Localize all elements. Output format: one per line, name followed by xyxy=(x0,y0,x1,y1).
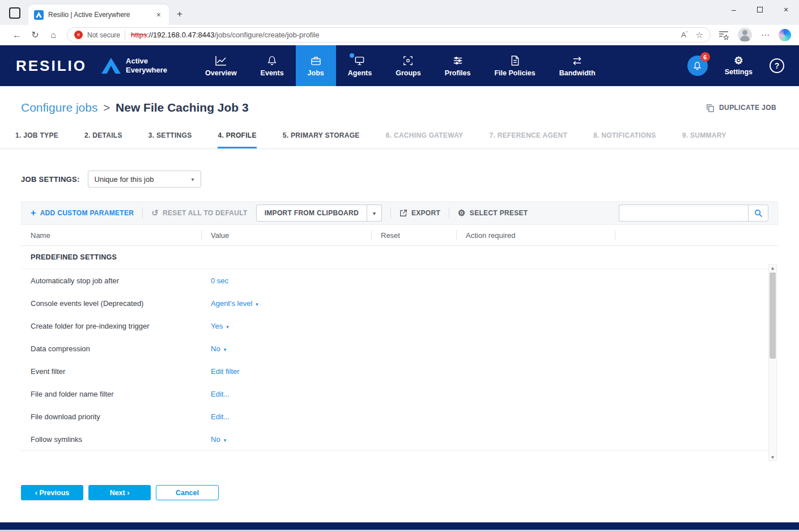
url-path: /jobs/configure/create/job-profile xyxy=(215,31,320,39)
scroll-up-icon[interactable]: ▲ xyxy=(769,265,776,271)
url-text[interactable]: https://192.168.0.47:8443/jobs/configure… xyxy=(131,31,675,39)
nav-item-groups[interactable]: Groups xyxy=(384,45,432,86)
nav-item-profiles[interactable]: Profiles xyxy=(433,45,483,86)
search-button[interactable] xyxy=(748,205,768,222)
jobs-icon xyxy=(311,54,321,66)
not-secure-label[interactable]: Not secure xyxy=(87,31,120,39)
param-value-dropdown[interactable]: Yes▾ xyxy=(211,322,229,330)
param-value-link[interactable]: 0 sec xyxy=(211,276,228,285)
logo-line2: Everywhere xyxy=(126,66,167,75)
duplicate-job-button[interactable]: DUPLICATE JOB xyxy=(706,104,776,112)
toolbar-divider xyxy=(390,207,391,219)
agents-status-dot xyxy=(350,53,354,58)
help-button[interactable]: ? xyxy=(770,58,784,73)
read-aloud-icon[interactable]: Aˆ xyxy=(681,31,688,39)
table-row: File download priority Edit... xyxy=(21,405,778,428)
add-custom-parameter-label: ADD CUSTOM PARAMETER xyxy=(40,209,134,217)
nav-item-jobs[interactable]: Jobs xyxy=(296,45,336,86)
url-scheme: https xyxy=(131,31,147,39)
param-name: Create folder for pre-indexing trigger xyxy=(21,322,201,330)
param-value-dropdown[interactable]: No▾ xyxy=(211,344,226,353)
active-everywhere-text: Active Everywhere xyxy=(126,57,167,74)
back-icon[interactable]: ← xyxy=(8,30,26,40)
param-value-text: Agent's level xyxy=(211,299,252,308)
profile-avatar[interactable] xyxy=(738,28,752,42)
favorites-bar-icon[interactable] xyxy=(719,31,729,40)
column-blank xyxy=(615,225,778,245)
window-icon xyxy=(9,7,20,19)
next-button[interactable]: Next › xyxy=(88,485,151,500)
breadcrumb: Configure jobs > New File Caching Job 3 … xyxy=(21,101,776,114)
param-value-link[interactable]: Edit... xyxy=(211,412,230,421)
step-summary: 9. SUMMARY xyxy=(682,131,726,148)
file-policies-icon xyxy=(511,54,520,66)
param-value-link[interactable]: Edit filter xyxy=(211,367,240,376)
param-name: Follow symlinks xyxy=(21,435,201,444)
app-footer-bar xyxy=(0,522,799,530)
refresh-icon[interactable]: ↻ xyxy=(26,29,44,40)
nav-item-file-policies[interactable]: File Policies xyxy=(482,45,547,86)
step-profile[interactable]: 4. PROFILE xyxy=(218,131,256,148)
step-primary-storage[interactable]: 5. PRIMARY STORAGE xyxy=(283,131,360,148)
param-value-dropdown[interactable]: No▾ xyxy=(211,435,226,444)
import-dropdown-button[interactable]: ▾ xyxy=(367,205,382,222)
table-scrollbar[interactable]: ▲ ▼ xyxy=(768,264,777,461)
toolbar-divider xyxy=(142,207,143,219)
step-job-type[interactable]: 1. JOB TYPE xyxy=(15,131,58,148)
browser-tab[interactable]: Resilio | Active Everywhere × xyxy=(28,5,169,25)
favorite-star-icon[interactable]: ☆ xyxy=(696,30,703,40)
nav-item-overview[interactable]: Overview xyxy=(193,45,249,86)
export-button[interactable]: EXPORT xyxy=(400,209,440,217)
select-preset-button[interactable]: ⚙ SELECT PRESET xyxy=(458,208,528,218)
toolbar-divider xyxy=(449,207,449,219)
nav-label: Jobs xyxy=(308,69,324,77)
address-bar[interactable]: × Not secure https://192.168.0.47:8443/j… xyxy=(67,27,711,42)
nav-item-settings[interactable]: ⚙ Settings xyxy=(725,56,753,76)
nav-label: Groups xyxy=(396,69,420,77)
cancel-button[interactable]: Cancel xyxy=(156,485,219,500)
add-custom-parameter-button[interactable]: + ADD CUSTOM PARAMETER xyxy=(31,208,134,218)
table-row: Event filter Edit filter xyxy=(21,360,778,382)
notifications-button[interactable]: 6 xyxy=(687,56,708,76)
home-icon[interactable]: ⌂ xyxy=(44,30,62,40)
param-name: Event filter xyxy=(21,367,201,376)
new-tab-button[interactable]: + xyxy=(177,8,182,20)
import-from-clipboard-button[interactable]: IMPORT FROM CLIPBOARD xyxy=(256,205,367,222)
step-details[interactable]: 2. DETAILS xyxy=(84,131,122,148)
scrollbar-thumb[interactable] xyxy=(770,273,776,359)
resilio-favicon xyxy=(34,10,44,20)
parameters-toolbar: + ADD CUSTOM PARAMETER ↺ RESET ALL TO DE… xyxy=(21,201,778,225)
window-bottom-edge xyxy=(0,530,799,532)
nav-label: Agents xyxy=(348,69,372,77)
agents-icon xyxy=(354,54,365,66)
more-menu-icon[interactable]: ⋯ xyxy=(761,30,770,40)
chevron-down-icon: ▾ xyxy=(226,324,229,330)
column-value: Value xyxy=(201,225,371,245)
minimize-button[interactable]: – xyxy=(721,0,747,19)
events-icon xyxy=(267,54,277,66)
settings-label: Settings xyxy=(725,68,753,76)
nav-item-agents[interactable]: Agents xyxy=(336,45,384,86)
nav-item-events[interactable]: Events xyxy=(249,45,296,86)
page-title: New File Caching Job 3 xyxy=(116,101,249,114)
export-icon xyxy=(400,209,407,217)
step-notifications: 8. NOTIFICATIONS xyxy=(593,131,656,148)
param-value-dropdown[interactable]: Agent's level▾ xyxy=(211,299,258,308)
copilot-icon[interactable] xyxy=(779,29,791,41)
maximize-button[interactable] xyxy=(747,0,773,19)
step-settings[interactable]: 3. SETTINGS xyxy=(148,131,192,148)
logo-line1: Active xyxy=(126,57,167,66)
close-button[interactable]: × xyxy=(773,0,799,19)
param-value-link[interactable]: Edit... xyxy=(211,390,230,398)
nav-item-bandwidth[interactable]: Bandwidth xyxy=(547,45,607,86)
search-input[interactable] xyxy=(619,205,748,222)
reset-icon: ↺ xyxy=(151,208,159,218)
job-settings-select[interactable]: Unique for this job ▾ xyxy=(88,171,201,188)
step-caching-gateway: 6. CACHING GATEWAY xyxy=(386,131,464,148)
bandwidth-icon xyxy=(572,54,583,66)
scroll-down-icon[interactable]: ▼ xyxy=(769,454,776,461)
breadcrumb-configure-jobs[interactable]: Configure jobs xyxy=(21,101,97,114)
tab-close-icon[interactable]: × xyxy=(154,10,163,19)
previous-button[interactable]: ‹ Previous xyxy=(21,485,83,500)
search-box xyxy=(619,205,768,222)
